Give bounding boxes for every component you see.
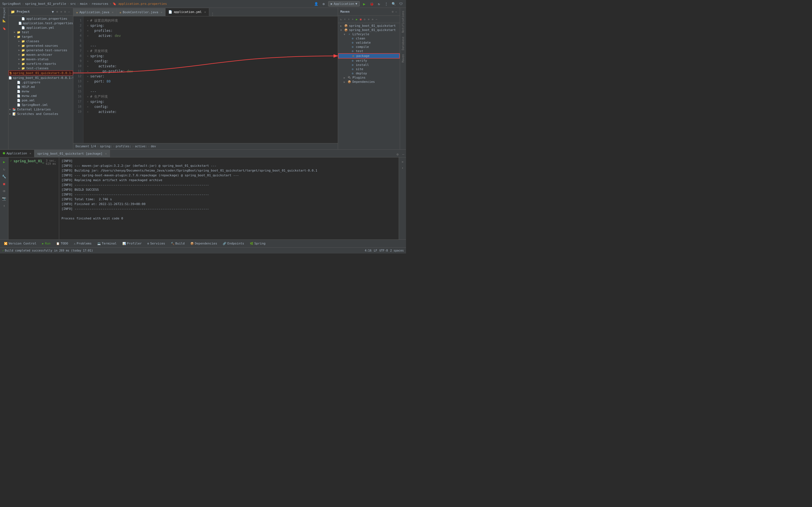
shield-icon[interactable]: 🛡 xyxy=(398,1,404,7)
maven-clean[interactable]: ⚙ clean xyxy=(338,36,400,41)
strip-build[interactable]: 🔨 Build xyxy=(168,240,188,247)
tree-item-test[interactable]: ▶ 📁 test xyxy=(8,30,73,34)
breadcrumb-src[interactable]: src xyxy=(70,2,76,6)
run-settings[interactable]: ⚙ xyxy=(395,152,400,157)
run-play[interactable]: ▶ xyxy=(1,159,8,165)
run-tab-application[interactable]: Application ✕ xyxy=(0,150,35,157)
tree-item-ext-libs[interactable]: ▶ 📚 External Libraries xyxy=(8,107,73,112)
maven-site[interactable]: ⚙ site xyxy=(338,67,400,71)
maven-more1[interactable]: ⊘ xyxy=(363,17,366,21)
strip-problems[interactable]: ⚠ Problems xyxy=(71,240,94,247)
maven-more3[interactable]: ≡ xyxy=(371,17,374,21)
more-tabs[interactable]: ⋮ xyxy=(209,12,216,16)
maven-install[interactable]: ⚙ install xyxy=(338,63,400,67)
project-icon[interactable]: Project xyxy=(1,9,8,16)
tree-item-app-yml[interactable]: 📄 application.yml xyxy=(8,25,73,30)
search-button[interactable]: 🔍 xyxy=(391,1,396,7)
build-status[interactable]: ✓ Build completed successfully in 269 ms… xyxy=(2,249,93,252)
run-minimize[interactable]: — xyxy=(400,152,406,157)
debug-button[interactable]: 🐞 xyxy=(369,1,374,7)
tree-item-mvnw[interactable]: 📄 mvnw xyxy=(8,89,73,94)
panel-dropdown[interactable]: ▼ xyxy=(52,10,54,14)
tree-item-mvnw-cmd[interactable]: 📄 mvnw.cmd xyxy=(8,94,73,98)
breadcrumb-resources[interactable]: resources xyxy=(92,2,109,6)
tree-item-app-test-prop[interactable]: 📄 application.test.properties xyxy=(8,21,73,25)
breadcrumb-main[interactable]: main xyxy=(80,2,88,6)
maven-validate[interactable]: ⚙ validate xyxy=(338,41,400,45)
maven-test[interactable]: ⚙ test xyxy=(338,49,400,53)
gear-icon[interactable]: ⚙ xyxy=(63,10,67,13)
tree-item-gen-sources[interactable]: ▶ 📁 generated-sources xyxy=(8,43,73,48)
user-icon[interactable]: 👤 xyxy=(313,1,319,7)
lf-status[interactable]: LF xyxy=(374,249,377,252)
strip-endpoints[interactable]: 🔗 Endpoints xyxy=(220,240,247,247)
tree-item-test-classes[interactable]: ▶ 📁 test-classes xyxy=(8,66,73,70)
settings-icon[interactable]: ⚙ xyxy=(321,1,326,7)
run-expand[interactable]: 👁 xyxy=(1,188,8,194)
maven-more2[interactable]: ≡ xyxy=(367,17,370,21)
tree-item-surefire[interactable]: ▶ 📁 surefire-reports xyxy=(8,61,73,66)
tree-item-help[interactable]: 📄 HELP.md xyxy=(8,84,73,89)
breadcrumb-profile[interactable]: spring_boot_02_profile xyxy=(25,2,66,6)
tree-item-maven-status[interactable]: ▶ 📁 maven-status xyxy=(8,57,73,61)
tree-item-classes[interactable]: ▶ 📁 classes xyxy=(8,39,73,43)
run-tab-package[interactable]: spring_boot_01_quickstart [package] ✕ xyxy=(35,150,110,157)
maven-lifecycle[interactable]: ▼ ⚡ Lifecycle xyxy=(338,32,400,36)
breadcrumb-file[interactable]: 🔖 application.pro.properties xyxy=(112,2,167,6)
strip-dependencies[interactable]: 📦 Dependencies xyxy=(188,240,220,247)
maven-plugins[interactable]: ▶ 🔌 Plugins xyxy=(338,75,400,80)
tree-item-gitignore[interactable]: 📄 .gitignore xyxy=(8,80,73,84)
run-export[interactable]: ⬆ xyxy=(1,203,8,209)
locate-icon[interactable]: ⊕ xyxy=(56,10,59,13)
collapse-icon[interactable]: ≡ xyxy=(59,10,63,13)
bookmarks-icon[interactable]: 🔖 xyxy=(1,25,8,32)
run-config[interactable]: ▶ Application ▼ xyxy=(328,1,360,6)
tab-book-java-close[interactable]: ✕ xyxy=(161,11,162,14)
refresh-button[interactable]: ↻ xyxy=(376,1,382,7)
more-button[interactable]: ⋮ xyxy=(384,1,389,7)
strip-todo[interactable]: 📋 TODO xyxy=(53,240,71,247)
code-content[interactable]: ▸ # 设置启用的环境 ▸ spring: ▸ profiles: ▸ acti… xyxy=(84,16,338,143)
play-button[interactable]: ▶ xyxy=(361,1,367,7)
tree-item-springboot-iml[interactable]: 📄 SpringBoot.iml xyxy=(8,103,73,107)
maven-play[interactable]: ▶ xyxy=(355,17,358,21)
tab-app-yml-close[interactable]: ✕ xyxy=(204,10,206,13)
tree-item-maven-archiver[interactable]: ▶ 📁 maven-archiver xyxy=(8,52,73,57)
tree-item-jar-original[interactable]: 📄 spring_boot_01_quickstart-0.0.1-SNAPSH… xyxy=(8,75,73,80)
database-tab[interactable]: Database xyxy=(401,35,405,52)
maven-deps[interactable]: ▶ 📦 Dependencies xyxy=(338,80,400,84)
maven-proj1[interactable]: ▶ 📦 spring_boot_01_quickstart xyxy=(338,24,400,28)
maven-stop[interactable]: ■ xyxy=(359,17,362,21)
wrap-icon[interactable]: ≡ xyxy=(400,159,406,165)
minimize-icon[interactable]: — xyxy=(67,10,71,13)
maven-download[interactable]: ⬇ xyxy=(343,17,347,21)
run-settings2[interactable]: 🔧 xyxy=(1,173,8,180)
maven-download2[interactable]: ⬇ xyxy=(347,17,350,21)
maven-right-tab[interactable]: Maven xyxy=(401,52,405,64)
run-camera[interactable]: 📷 xyxy=(1,195,8,202)
maven-deploy[interactable]: ⚙ deploy xyxy=(338,71,400,75)
tab-app-java-close[interactable]: ✕ xyxy=(112,11,114,14)
strip-version-control[interactable]: 🔀 Version Control xyxy=(1,240,39,247)
package-tab-close[interactable]: ✕ xyxy=(105,152,107,155)
run-tab-close[interactable]: ✕ xyxy=(30,152,31,155)
run-output[interactable]: [INFO] [INFO] --- maven-jar-plugin:3.2.2… xyxy=(59,158,399,239)
strip-terminal[interactable]: 💻 Terminal xyxy=(94,240,119,247)
breadcrumb-springboot[interactable]: SpringBoot xyxy=(2,2,21,6)
tree-item-gen-test[interactable]: ▶ 📁 generated-test-sources xyxy=(8,48,73,52)
notifications-tab[interactable]: Notifications xyxy=(401,9,405,34)
indent-status[interactable]: 2 spaces xyxy=(390,249,404,252)
strip-profiler[interactable]: 📊 Profiler xyxy=(119,240,145,247)
strip-run[interactable]: ▶ Run xyxy=(39,240,53,247)
run-stop[interactable]: ■ xyxy=(1,180,8,187)
maven-package[interactable]: ⚙ package xyxy=(338,53,400,59)
maven-plus[interactable]: + xyxy=(351,17,354,21)
tree-item-target[interactable]: ▼ 📁 target xyxy=(8,34,73,39)
tab-app-java[interactable]: ☕ Application.java ✕ xyxy=(73,8,117,16)
run-rerun[interactable]: ↻ xyxy=(1,166,8,173)
maven-refresh[interactable]: ↻ xyxy=(339,17,343,21)
tree-item-app-prop[interactable]: 📄 application.properties xyxy=(8,16,73,21)
maven-compile[interactable]: ⚙ compile xyxy=(338,45,400,49)
tab-book-java[interactable]: ☕ BookController.java ✕ xyxy=(117,8,166,16)
tree-item-jar[interactable]: 🗜 spring_boot_01_quickstart-0.0.1-SNAPSH… xyxy=(8,70,73,75)
